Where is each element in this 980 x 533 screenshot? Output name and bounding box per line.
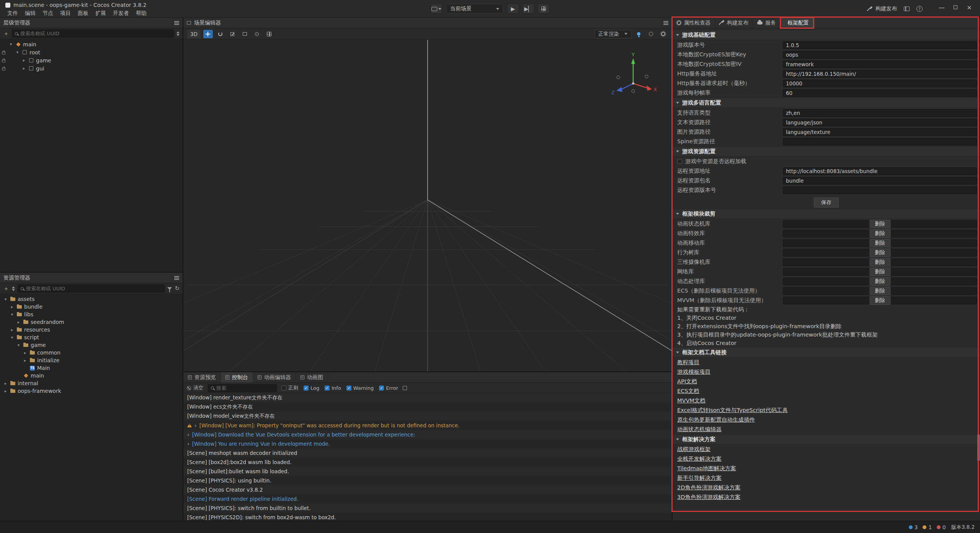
log-row[interactable]: › [Window] Download the Vue Devtools ext… — [183, 430, 672, 439]
lock-icon[interactable] — [2, 52, 5, 54]
delete-module-button[interactable]: 删除 — [869, 287, 890, 295]
panel-layout-icon[interactable] — [904, 7, 910, 11]
filter-checkbox[interactable]: 正则 — [281, 384, 298, 391]
menu-item[interactable]: 面板 — [74, 10, 92, 17]
log-row[interactable]: [Scene] [PHYSICS2D]: switch from box2d-w… — [183, 513, 672, 521]
menu-item[interactable]: 项目 — [57, 10, 74, 17]
rotate-tool-button[interactable] — [216, 30, 225, 38]
expand-arrow-icon[interactable] — [10, 304, 15, 309]
expand-arrow-icon[interactable] — [16, 343, 21, 348]
panel-menu-icon[interactable] — [663, 23, 668, 23]
lighting-toggle-button[interactable] — [634, 30, 644, 38]
delete-module-button[interactable]: 删除 — [869, 229, 890, 238]
log-row[interactable]: [Scene] [PHYSICS]: using builtin. — [183, 476, 672, 485]
dimension-toggle-button[interactable]: 3D — [187, 30, 201, 38]
prop-input[interactable]: zh,en — [783, 109, 977, 117]
asset-row[interactable]: game — [0, 341, 183, 349]
snap-tool-button[interactable] — [265, 30, 274, 38]
asset-row[interactable]: resources — [0, 326, 183, 334]
asset-row[interactable]: libs — [0, 311, 183, 318]
expand-arrow-icon[interactable] — [10, 327, 15, 332]
expand-arrow-icon[interactable] — [16, 320, 21, 325]
rect-tool-button[interactable] — [240, 30, 250, 38]
prop-input[interactable]: 10000 — [783, 80, 977, 87]
lock-icon[interactable] — [2, 60, 5, 62]
prop-input[interactable]: bundle — [783, 177, 977, 185]
tree-row[interactable]: gui — [0, 64, 183, 72]
solution-link[interactable]: 战棋游戏框架 — [677, 445, 710, 454]
save-button[interactable]: 保存 — [814, 198, 839, 208]
expand-arrow-icon[interactable] — [3, 389, 8, 394]
expand-arrow-icon[interactable] — [21, 58, 26, 63]
filter-checkbox[interactable]: Warning — [346, 385, 374, 391]
expand-chevron-icon[interactable]: › — [194, 422, 197, 428]
doc-link[interactable]: MVVM文档 — [677, 396, 706, 405]
log-row[interactable]: [Window] render_texture文件夹不存在 — [183, 393, 672, 402]
filter-icon[interactable] — [167, 287, 172, 290]
expand-arrow-icon[interactable] — [3, 297, 8, 302]
expand-arrow-icon[interactable] — [23, 350, 28, 355]
scene-select[interactable]: 当前场景 — [446, 4, 503, 14]
delete-module-button[interactable]: 删除 — [869, 239, 890, 247]
log-row[interactable]: › [Window] [Vue warn]: Property "onInput… — [183, 421, 672, 430]
help-icon[interactable]: ? — [916, 6, 923, 12]
section-header-solutions[interactable]: 框架解决方案 — [673, 434, 980, 445]
inspector-tab[interactable]: 框架配置 — [781, 18, 813, 28]
solution-link[interactable]: 3D角色扮演游戏解决方案 — [677, 492, 740, 502]
section-header-resource[interactable]: 游戏资源配置 — [673, 146, 980, 157]
refresh-icon[interactable]: ↻ — [175, 286, 180, 291]
menu-item[interactable]: 开发者 — [109, 10, 132, 17]
log-row[interactable]: [Scene] [PHYSICS]: switch from builtin t… — [183, 504, 672, 513]
play-button[interactable]: ▶ — [507, 4, 519, 14]
asset-row[interactable]: script — [0, 334, 183, 341]
delete-module-button[interactable]: 删除 — [869, 277, 890, 286]
doc-link[interactable]: Excel格式转Json文件与TypeScript代码工具 — [677, 405, 788, 415]
menu-item[interactable]: 扩展 — [92, 10, 109, 17]
scale-tool-button[interactable] — [228, 30, 237, 38]
asset-row[interactable]: bundle — [0, 303, 183, 311]
assets-search-input[interactable] — [26, 286, 162, 291]
doc-link[interactable]: 原生包热更新配置自动生成插件 — [677, 415, 755, 425]
panel-menu-icon[interactable] — [174, 278, 179, 278]
scene-settings-button[interactable] — [658, 30, 668, 38]
solution-link[interactable]: 新手引导解决方案 — [677, 473, 722, 483]
layout-button[interactable] — [538, 4, 549, 14]
scene-viewport[interactable]: Y X Z — [183, 40, 672, 371]
move-tool-button[interactable] — [203, 30, 213, 38]
log-row[interactable]: [Scene] Cocos Creator v3.8.2 — [183, 485, 672, 494]
doc-link[interactable]: 游戏模板项目 — [677, 367, 710, 377]
asset-row[interactable]: common — [0, 349, 183, 356]
delete-module-button[interactable]: 删除 — [869, 220, 890, 228]
expand-arrow-icon[interactable] — [21, 66, 26, 71]
asset-row[interactable]: initialize — [0, 356, 183, 364]
section-header-language[interactable]: 游戏多语言配置 — [673, 98, 980, 108]
expand-arrow-icon[interactable] — [15, 50, 20, 55]
expand-arrow-icon[interactable] — [10, 312, 15, 317]
asset-row[interactable]: main — [0, 372, 183, 379]
inspector-tab[interactable]: 服务 — [753, 18, 781, 28]
sort-icon[interactable] — [176, 31, 180, 36]
inspector-tab[interactable]: 构建发布 — [715, 18, 753, 28]
prop-input[interactable]: framework — [783, 60, 977, 68]
prop-input[interactable]: oops — [783, 51, 977, 59]
hierarchy-search-input[interactable] — [20, 31, 171, 36]
add-asset-button[interactable]: ＋ — [3, 286, 9, 292]
filter-checkbox[interactable]: Log — [304, 385, 319, 391]
console-tab[interactable]: 控制台 — [221, 372, 253, 383]
doc-link[interactable]: ECS文档 — [677, 386, 699, 396]
prop-input[interactable]: http://192.168.0.150/main/ — [783, 70, 977, 78]
log-row[interactable]: [Scene] [box2d]:box2d wasm lib loaded. — [183, 458, 672, 467]
menu-item[interactable]: 编辑 — [21, 10, 39, 17]
panel-menu-icon[interactable] — [174, 23, 179, 23]
expand-arrow-icon[interactable] — [23, 358, 28, 363]
delete-module-button[interactable]: 删除 — [869, 296, 890, 305]
solution-link[interactable]: 全栈开发解决方案 — [677, 454, 722, 464]
expand-chevron-icon[interactable]: › — [187, 441, 189, 447]
close-button[interactable]: × — [962, 2, 976, 12]
asset-row[interactable]: assets — [0, 295, 183, 303]
prop-input[interactable]: language/json — [783, 119, 977, 126]
console-tab[interactable]: 资源预览 — [183, 372, 221, 383]
log-row[interactable]: [Window] model_view文件夹不存在 — [183, 412, 672, 421]
preview-target-button[interactable] — [431, 4, 442, 14]
log-counter[interactable]: 3 — [909, 524, 918, 530]
